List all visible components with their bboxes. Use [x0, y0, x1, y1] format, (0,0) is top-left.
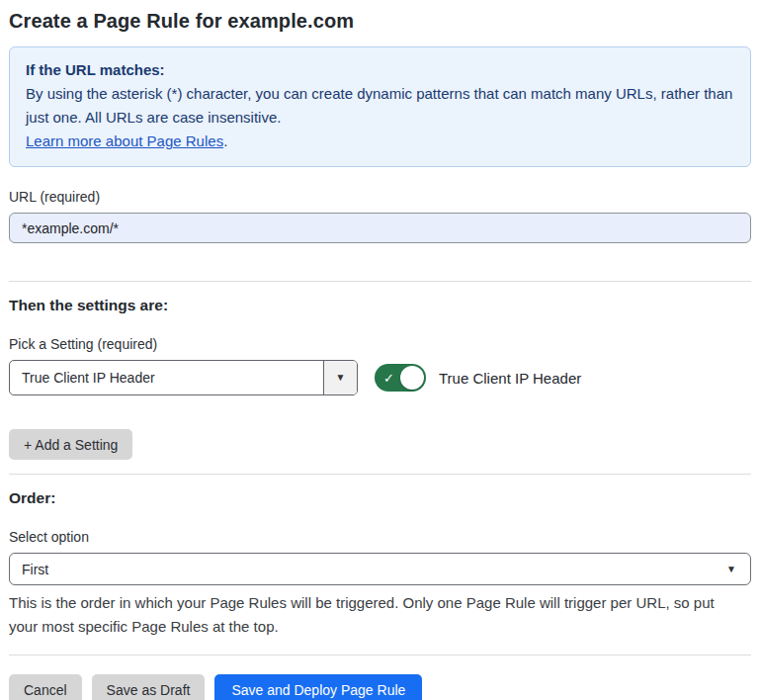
- url-match-info-box: If the URL matches: By using the asteris…: [9, 46, 751, 167]
- create-page-rule-panel: Create a Page Rule for example.com If th…: [0, 0, 760, 700]
- setting-select-value: True Client IP Header: [10, 361, 323, 394]
- order-help-text: This is the order in which your Page Rul…: [9, 591, 745, 639]
- setting-select-arrow-button[interactable]: ▼: [323, 361, 357, 394]
- pick-setting-label: Pick a Setting (required): [9, 336, 751, 352]
- setting-select[interactable]: True Client IP Header ▼: [9, 360, 358, 395]
- toggle-knob: [400, 366, 424, 390]
- section-divider: [9, 281, 751, 282]
- info-box-body: By using the asterisk (*) character, you…: [26, 82, 734, 130]
- page-title: Create a Page Rule for example.com: [9, 10, 751, 33]
- order-section-heading: Order:: [9, 489, 751, 507]
- chevron-down-icon: ▼: [726, 565, 736, 574]
- toggle-label: True Client IP Header: [439, 370, 581, 387]
- footer-divider: [9, 655, 751, 656]
- chevron-down-icon: ▼: [336, 373, 346, 383]
- footer-button-row: Cancel Save as Draft Save and Deploy Pag…: [9, 674, 751, 700]
- setting-row: True Client IP Header ▼ ✓ True Client IP…: [9, 360, 751, 395]
- info-box-link-line: Learn more about Page Rules.: [26, 130, 734, 153]
- learn-more-link[interactable]: Learn more about Page Rules: [26, 132, 223, 149]
- order-select[interactable]: First ▼: [9, 553, 751, 585]
- order-select-label: Select option: [9, 529, 751, 545]
- section-divider: [9, 474, 751, 475]
- settings-section-heading: Then the settings are:: [9, 297, 751, 314]
- check-icon: ✓: [383, 372, 394, 385]
- info-box-heading: If the URL matches:: [26, 58, 734, 82]
- link-suffix: .: [223, 132, 227, 149]
- save-and-deploy-button[interactable]: Save and Deploy Page Rule: [214, 674, 422, 700]
- url-field-label: URL (required): [9, 189, 751, 205]
- add-setting-button[interactable]: + Add a Setting: [9, 429, 132, 460]
- save-as-draft-button[interactable]: Save as Draft: [92, 674, 206, 700]
- order-select-value: First: [22, 562, 48, 577]
- url-input[interactable]: [9, 213, 751, 243]
- true-client-ip-toggle[interactable]: ✓: [375, 364, 426, 392]
- cancel-button[interactable]: Cancel: [9, 674, 82, 700]
